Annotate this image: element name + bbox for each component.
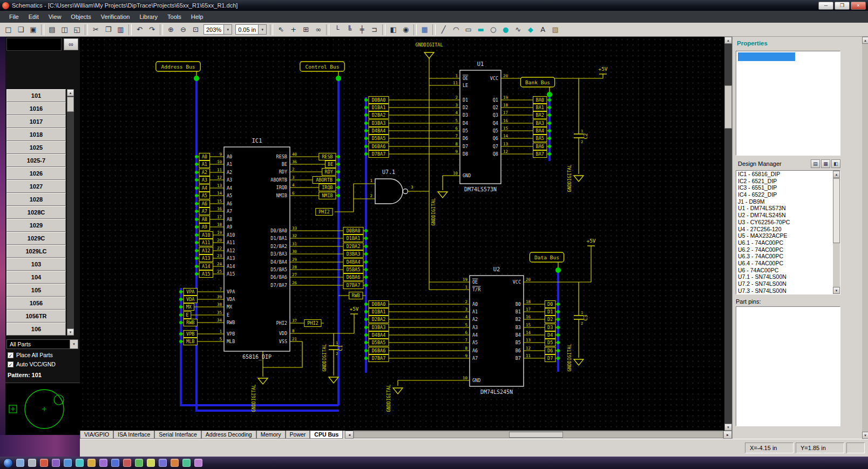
taskbar-app-icon[interactable] — [52, 459, 60, 467]
zoom-out-button[interactable]: ⊖ — [177, 24, 189, 36]
design-manager-item[interactable]: U7.2 - SN74LS00N — [736, 280, 833, 287]
pattern-item-1028c[interactable]: 1028C — [6, 206, 66, 219]
draw-filled-ellipse-button[interactable]: ● — [499, 24, 512, 36]
pattern-item-1026[interactable]: 1026 — [6, 167, 66, 180]
design-manager-item[interactable]: U2 - DM74LS245N — [736, 212, 833, 219]
maximize-button[interactable]: ❐ — [835, 2, 850, 10]
scroll-left-button[interactable]: ◄ — [345, 431, 354, 439]
scrollbar-thumb[interactable] — [67, 97, 74, 112]
tab-isa-interface[interactable]: ISA Interface — [113, 431, 154, 439]
taskbar-app-icon[interactable] — [171, 459, 179, 467]
scroll-up-button[interactable]: ▲ — [67, 89, 74, 96]
draw-polygon-button[interactable]: ◆ — [524, 24, 537, 36]
design-manager-item[interactable]: U5 - MAX232ACPE — [736, 232, 833, 239]
dropdown-arrow-icon[interactable]: ▼ — [70, 340, 78, 349]
menu-tools[interactable]: Tools — [162, 12, 186, 22]
scrollbar-thumb[interactable] — [833, 178, 840, 243]
new-file-button[interactable]: □ — [2, 24, 15, 36]
pattern-item-106[interactable]: 106 — [6, 323, 66, 336]
taskbar-app-icon[interactable] — [40, 459, 48, 467]
pattern-item-1056tr[interactable]: 1056TR — [6, 310, 66, 323]
dropdown-arrow-icon[interactable]: ▼ — [223, 25, 232, 34]
canvas-vertical-scrollbar[interactable]: ▲ ▼ — [724, 37, 732, 431]
hierarchy-block-button[interactable]: ◧ — [387, 24, 399, 36]
pattern-item-101[interactable]: 101 — [6, 89, 66, 102]
dm-component-view-button[interactable]: ▤ — [811, 159, 820, 168]
pattern-item-1029c[interactable]: 1029C — [6, 232, 66, 245]
pattern-item-1025-7[interactable]: 1025-7 — [6, 154, 66, 167]
scroll-up-button[interactable]: ▲ — [862, 37, 868, 44]
net-port-button[interactable]: ⊐ — [368, 24, 381, 36]
pattern-list-scrollbar[interactable]: ▲ ▼ — [67, 89, 74, 336]
pattern-item-1017[interactable]: 1017 — [6, 115, 66, 128]
menu-help[interactable]: Help — [186, 12, 208, 22]
design-manager-item[interactable]: IC3 - 6551_DIP — [736, 184, 833, 191]
design-manager-item[interactable]: IC4 - 6522_DIP — [736, 191, 833, 198]
place-part-button[interactable]: ⊞ — [300, 24, 312, 36]
schematic-canvas[interactable]: IC165816_DIP9A0A010A1A111A2A212A3A313A4A… — [80, 37, 724, 431]
taskbar-app-icon[interactable] — [135, 459, 143, 467]
close-button[interactable]: × — [851, 2, 866, 10]
tab-memory[interactable]: Memory — [256, 431, 286, 439]
auto-vcc-gnd-checkbox[interactable]: ✓ — [8, 361, 13, 367]
design-manager-item[interactable]: U7.1 - SN74LS00N — [736, 273, 833, 280]
right-panel-scrollbar[interactable]: ▲ ▼ — [862, 37, 868, 439]
canvas-horizontal-scrollbar[interactable] — [354, 431, 723, 438]
scroll-down-button[interactable]: ▼ — [833, 287, 840, 294]
place-bus-button[interactable]: ╚ — [343, 24, 356, 36]
pattern-item-1027[interactable]: 1027 — [6, 180, 66, 193]
titles-setup-button[interactable]: ◱ — [71, 24, 83, 36]
tab-serial-interface[interactable]: Serial Interface — [154, 431, 201, 439]
taskbar-app-icon[interactable] — [194, 459, 202, 467]
menu-edit[interactable]: Edit — [24, 12, 44, 22]
zoom-window-button[interactable]: ⊡ — [189, 24, 202, 36]
print-button[interactable]: ▤ — [46, 24, 58, 36]
search-parts-button[interactable]: ∞ — [64, 38, 78, 50]
zoom-in-button[interactable]: ⊕ — [165, 24, 177, 36]
tab-via-gpio[interactable]: VIA/GPIO — [80, 431, 113, 439]
draw-arc-button[interactable]: ◠ — [450, 24, 462, 36]
paste-button[interactable]: ▥ — [114, 24, 127, 36]
taskbar-app-icon[interactable] — [76, 459, 84, 467]
taskbar-app-icon[interactable] — [159, 459, 167, 467]
design-manager-item[interactable]: IC1 - 65816_DIP — [736, 171, 833, 178]
pattern-item-1029[interactable]: 1029 — [6, 219, 66, 232]
draw-rectangle-button[interactable]: ▭ — [462, 24, 474, 36]
open-file-button[interactable]: ❑ — [15, 24, 27, 36]
taskbar-app-icon[interactable] — [182, 459, 191, 467]
scroll-up-button[interactable]: ▲ — [724, 37, 732, 44]
design-manager-item[interactable]: U6.4 - 74AC00PC — [736, 260, 833, 267]
place-wire-button[interactable]: └ — [331, 24, 343, 36]
draw-ellipse-button[interactable]: ○ — [487, 24, 499, 36]
menu-library[interactable]: Library — [134, 12, 162, 22]
print-preview-button[interactable]: ◫ — [58, 24, 71, 36]
design-manager-scrollbar[interactable]: ▲ ▼ — [833, 171, 840, 294]
design-manager-item[interactable]: U3 - CY62256-70PC — [736, 219, 833, 226]
taskbar-app-icon[interactable] — [16, 459, 24, 467]
scroll-down-button[interactable]: ▼ — [67, 329, 74, 336]
design-manager-item[interactable]: U6.2 - 74AC00PC — [736, 246, 833, 253]
scroll-up-button[interactable]: ▲ — [833, 171, 840, 178]
undo-button[interactable]: ↶ — [133, 24, 146, 36]
parts-filter-select[interactable]: All Parts ▼ — [6, 339, 78, 349]
scrollbar-thumb[interactable] — [509, 432, 563, 438]
select-tool-button[interactable]: ⇖ — [275, 24, 287, 36]
menu-file[interactable]: File — [4, 12, 24, 22]
save-file-button[interactable]: ▣ — [27, 24, 39, 36]
taskbar-app-icon[interactable] — [111, 459, 119, 467]
design-manager-item[interactable]: U6.1 - 74AC00PC — [736, 239, 833, 246]
taskbar-app-icon[interactable] — [147, 459, 155, 467]
pattern-item-1029lc[interactable]: 1029LC — [6, 245, 66, 258]
scrollbar-thumb[interactable] — [724, 85, 732, 129]
draw-polyline-button[interactable]: ∿ — [512, 24, 524, 36]
connection-manager-button[interactable]: ◉ — [399, 24, 412, 36]
scroll-right-button[interactable]: ► — [723, 431, 732, 439]
dropdown-arrow-icon[interactable]: ▼ — [258, 25, 266, 34]
tab-address-decoding[interactable]: Address Decoding — [201, 431, 256, 439]
pattern-item-105[interactable]: 105 — [6, 284, 66, 297]
start-button[interactable] — [3, 458, 13, 468]
place-picture-button[interactable]: ▧ — [549, 24, 561, 36]
bus-connection-button[interactable]: ╪ — [356, 24, 368, 36]
menu-view[interactable]: View — [44, 12, 66, 22]
design-manager-item[interactable]: IC2 - 6521_DIP — [736, 178, 833, 185]
